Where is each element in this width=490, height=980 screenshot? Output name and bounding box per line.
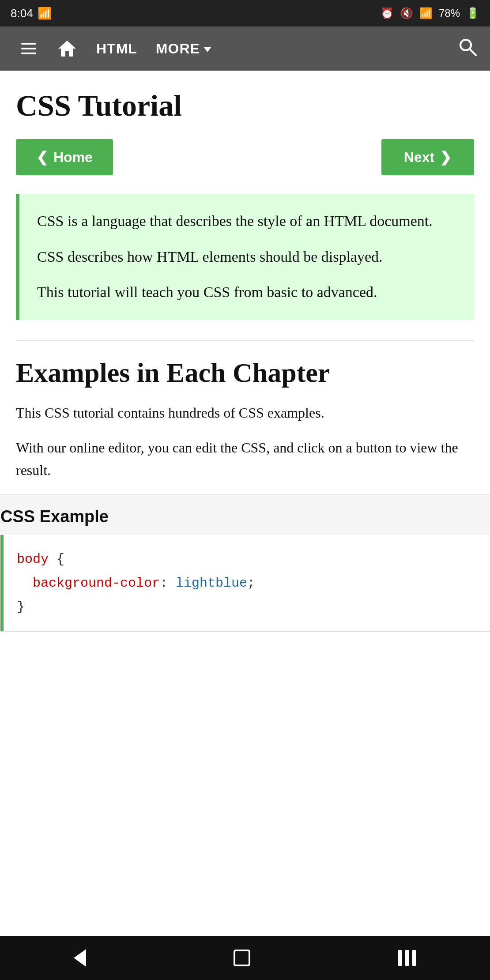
home-chevron: ❮	[36, 149, 48, 166]
next-button[interactable]: Next ❯	[381, 139, 474, 175]
svg-marker-0	[58, 41, 76, 57]
code-line-2: background-color: lightblue;	[17, 571, 476, 595]
search-button[interactable]	[454, 38, 481, 60]
intro-box: CSS is a language that describes the sty…	[16, 194, 474, 320]
home-nav-button[interactable]	[49, 39, 86, 58]
more-nav-button[interactable]: MORE	[148, 41, 219, 57]
home-button[interactable]: ❮ Home	[16, 139, 113, 175]
recent-bar-2	[405, 950, 409, 966]
home-button-label: Home	[53, 149, 93, 166]
code-block: body { background-color: lightblue; }	[0, 535, 490, 631]
examples-heading: Examples in Each Chapter	[16, 357, 474, 388]
menu-line-3	[21, 53, 36, 54]
code-keyword-body: body	[17, 552, 49, 567]
code-example-title: CSS Example	[0, 495, 490, 535]
svg-line-2	[470, 49, 476, 55]
recent-bar-3	[412, 950, 416, 966]
code-example-container: CSS Example body { background-color: lig…	[0, 494, 490, 632]
menu-line-2	[21, 48, 36, 49]
more-dropdown-arrow	[204, 47, 211, 52]
nav-buttons: ❮ Home Next ❯	[16, 139, 474, 175]
examples-text-2: With our online editor, you can edit the…	[16, 437, 474, 482]
next-chevron: ❯	[440, 149, 452, 166]
bottom-nav-bar	[0, 936, 490, 980]
next-button-label: Next	[404, 149, 434, 166]
menu-line-1	[21, 43, 36, 45]
status-time: 8:04	[11, 7, 33, 20]
page-title: CSS Tutorial	[16, 88, 474, 123]
html-nav-button[interactable]: HTML	[86, 41, 148, 57]
back-icon	[74, 949, 86, 967]
battery-level: 78%	[439, 7, 460, 19]
mute-icon: 🔇	[400, 7, 413, 19]
status-icons: 📶	[38, 7, 52, 20]
main-content: CSS Tutorial ❮ Home Next ❯ CSS is a lang…	[0, 71, 490, 482]
alarm-icon: ⏰	[381, 7, 394, 19]
nav-bar: HTML MORE	[0, 26, 490, 71]
status-bar-left: 8:04 📶	[11, 7, 52, 20]
code-value: lightblue	[176, 576, 247, 591]
code-property: background-color	[33, 576, 160, 591]
section-divider	[16, 340, 474, 341]
code-line-3: }	[17, 595, 476, 619]
examples-text-1: This CSS tutorial contains hundreds of C…	[16, 402, 474, 424]
battery-icon: 🔋	[466, 7, 479, 19]
recent-apps-button[interactable]	[380, 946, 434, 970]
back-button[interactable]	[56, 945, 104, 971]
recent-bar-1	[398, 950, 402, 966]
home-nav-bottom-button[interactable]	[216, 945, 268, 971]
home-square-icon	[234, 950, 250, 966]
recent-apps-icon	[398, 950, 416, 966]
menu-button[interactable]	[9, 43, 49, 54]
code-line-1: body {	[17, 547, 476, 571]
intro-line-3: This tutorial will teach you CSS from ba…	[37, 281, 456, 304]
status-bar: 8:04 📶 ⏰ 🔇 📶 78% 🔋	[0, 0, 490, 26]
intro-line-2: CSS describes how HTML elements should b…	[37, 245, 456, 269]
signal-icon: 📶	[419, 7, 433, 19]
intro-line-1: CSS is a language that describes the sty…	[37, 210, 456, 233]
status-bar-right: ⏰ 🔇 📶 78% 🔋	[381, 7, 479, 19]
